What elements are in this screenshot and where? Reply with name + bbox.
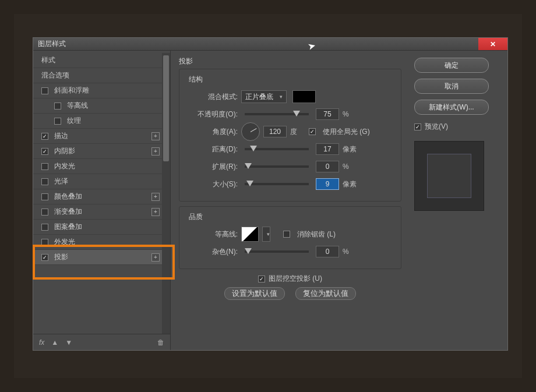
effects-sidebar: 样式 混合选项 斜面和浮雕 等高线 纹理 xyxy=(33,51,171,350)
structure-group: 结构 混合模式: 正片叠底 ▾ 不透明度(O): % 角度(A): xyxy=(179,69,401,202)
size-slider[interactable] xyxy=(245,183,309,185)
preview-checkbox[interactable] xyxy=(414,123,421,130)
trash-icon[interactable]: 🗑 xyxy=(157,338,164,347)
sidebar-item-label: 纹理 xyxy=(67,116,81,126)
noise-slider[interactable] xyxy=(245,250,309,253)
make-default-button[interactable]: 设置为默认值 xyxy=(224,287,285,300)
fx-icon[interactable]: fx xyxy=(39,338,44,347)
checkbox[interactable] xyxy=(41,87,48,94)
checkbox[interactable] xyxy=(41,239,48,246)
noise-label: 杂色(N): xyxy=(186,247,238,257)
ok-button[interactable]: 确定 xyxy=(414,58,489,73)
move-up-icon[interactable]: ▲ xyxy=(51,338,58,347)
plus-icon[interactable]: + xyxy=(151,208,160,216)
sidebar-item-label: 描边 xyxy=(54,131,68,141)
panel-title: 投影 xyxy=(179,56,401,66)
checkbox[interactable] xyxy=(41,209,48,216)
knockout-checkbox[interactable] xyxy=(258,276,265,282)
scrollbar-thumb[interactable] xyxy=(163,55,169,161)
contour-label: 等高线: xyxy=(186,229,238,239)
plus-icon[interactable]: + xyxy=(151,147,160,156)
cancel-button[interactable]: 取消 xyxy=(414,79,489,94)
settings-panel: 投影 结构 混合模式: 正片叠底 ▾ 不透明度(O): % xyxy=(171,51,410,350)
reset-default-button[interactable]: 复位为默认值 xyxy=(295,287,356,300)
opacity-slider[interactable] xyxy=(245,113,309,115)
plus-icon[interactable]: + xyxy=(151,193,160,201)
close-button[interactable]: ✕ xyxy=(478,38,507,50)
sidebar-item-label: 内发光 xyxy=(54,161,75,171)
sidebar-footer: fx ▲ ▼ 🗑 xyxy=(33,334,170,350)
plus-icon[interactable]: + xyxy=(151,132,160,140)
sidebar-item-label: 渐变叠加 xyxy=(54,207,82,217)
chevron-down-icon: ▾ xyxy=(267,231,270,237)
preview-swatch xyxy=(428,154,471,197)
knockout-label: 图层挖空投影 (U) xyxy=(269,274,322,284)
checkbox[interactable] xyxy=(41,148,48,155)
blend-mode-label: 混合模式: xyxy=(186,92,238,102)
opacity-field[interactable] xyxy=(316,108,339,120)
checkbox[interactable] xyxy=(41,133,48,140)
sidebar-item-label: 光泽 xyxy=(54,176,68,186)
preview-box xyxy=(414,141,484,211)
spread-slider[interactable] xyxy=(245,165,309,168)
angle-label: 角度(A): xyxy=(186,127,238,137)
distance-label: 距离(D): xyxy=(186,144,238,154)
sidebar-item-label: 外发光 xyxy=(54,237,75,247)
angle-dial[interactable] xyxy=(241,122,260,141)
shadow-color-swatch[interactable] xyxy=(292,90,316,103)
checkbox[interactable] xyxy=(41,163,48,170)
distance-field[interactable] xyxy=(316,143,339,155)
checkbox[interactable] xyxy=(54,118,61,125)
structure-legend: 结构 xyxy=(186,75,205,84)
sidebar-item-outer-glow[interactable]: 外发光 xyxy=(33,235,170,250)
checkbox[interactable] xyxy=(41,224,48,231)
contour-picker[interactable] xyxy=(241,227,259,242)
angle-field[interactable] xyxy=(263,126,287,137)
spread-field[interactable] xyxy=(316,161,339,172)
antialias-checkbox[interactable] xyxy=(283,231,290,238)
sidebar-item-label: 投影 xyxy=(54,252,68,262)
noise-field[interactable] xyxy=(316,246,339,257)
chevron-down-icon: ▾ xyxy=(280,94,283,100)
opacity-label: 不透明度(O): xyxy=(186,110,238,119)
checkbox[interactable] xyxy=(41,178,48,185)
quality-legend: 品质 xyxy=(186,212,205,222)
dialog-title: 图层样式 xyxy=(38,39,66,49)
sidebar-item-styles[interactable]: 样式 xyxy=(33,53,170,68)
blend-mode-select[interactable]: 正片叠底 ▾ xyxy=(241,90,287,103)
sidebar-item-color-overlay[interactable]: 颜色叠加 + xyxy=(33,189,170,204)
sidebar-item-pattern-overlay[interactable]: 图案叠加 xyxy=(33,220,170,235)
size-field[interactable] xyxy=(316,178,339,190)
sidebar-item-label: 图案叠加 xyxy=(54,222,82,232)
quality-group: 品质 等高线: ▾ 消除锯齿 (L) 杂色(N): % xyxy=(179,206,401,269)
move-down-icon[interactable]: ▼ xyxy=(65,338,72,347)
sidebar-item-satin[interactable]: 光泽 xyxy=(33,174,170,189)
antialias-label: 消除锯齿 (L) xyxy=(297,229,336,239)
sidebar-item-label: 斜面和浮雕 xyxy=(54,86,89,96)
plus-icon[interactable]: + xyxy=(151,253,160,262)
checkbox[interactable] xyxy=(54,103,61,110)
new-style-button[interactable]: 新建样式(W)... xyxy=(414,100,489,115)
sidebar-item-texture[interactable]: 纹理 xyxy=(33,114,170,129)
sidebar-item-drop-shadow[interactable]: 投影 + xyxy=(33,250,170,265)
sidebar-item-stroke[interactable]: 描边 + xyxy=(33,129,170,144)
sidebar-item-label: 样式 xyxy=(41,55,55,65)
sidebar-scrollbar[interactable] xyxy=(162,53,170,334)
contour-dropdown[interactable]: ▾ xyxy=(262,227,270,242)
sidebar-item-label: 混合选项 xyxy=(41,70,69,80)
distance-slider[interactable] xyxy=(245,148,309,150)
layer-style-dialog: 图层样式 ✕ 样式 混合选项 斜面和浮雕 等高线 xyxy=(33,37,508,351)
preview-label: 预览(V) xyxy=(425,122,448,132)
sidebar-item-label: 颜色叠加 xyxy=(54,192,82,202)
spread-label: 扩展(R): xyxy=(186,162,238,172)
global-light-checkbox[interactable] xyxy=(309,128,316,135)
sidebar-item-label: 等高线 xyxy=(67,101,88,111)
checkbox[interactable] xyxy=(41,254,48,261)
sidebar-item-inner-glow[interactable]: 内发光 xyxy=(33,159,170,174)
sidebar-item-blending[interactable]: 混合选项 xyxy=(33,68,170,83)
sidebar-item-bevel[interactable]: 斜面和浮雕 xyxy=(33,83,170,98)
sidebar-item-inner-shadow[interactable]: 内阴影 + xyxy=(33,144,170,159)
checkbox[interactable] xyxy=(41,193,48,200)
sidebar-item-gradient-overlay[interactable]: 渐变叠加 + xyxy=(33,204,170,220)
sidebar-item-contour[interactable]: 等高线 xyxy=(33,98,170,114)
